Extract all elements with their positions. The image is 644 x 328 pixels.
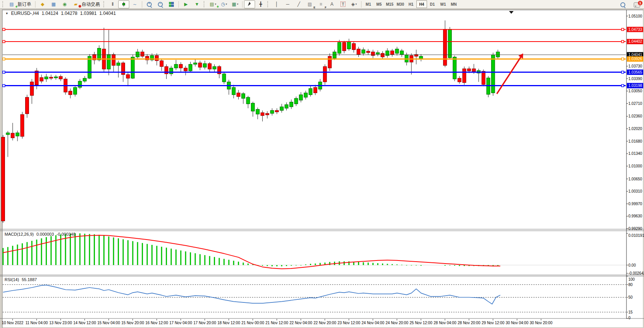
candle [467, 69, 471, 71]
time-axis-label: 22 Nov 04:00 [289, 321, 312, 325]
macd-histogram-bar [142, 243, 143, 265]
candle [45, 77, 48, 79]
candle [338, 42, 341, 53]
chart-open-value: 1.04124 [42, 11, 58, 16]
price-axis-label: 0.99630 [628, 214, 642, 218]
macd-histogram-bar [55, 235, 56, 265]
candle [400, 51, 403, 55]
candle [280, 107, 283, 111]
candle [40, 77, 43, 81]
price-axis-label: 1.00650 [628, 177, 642, 181]
price-badge-label: 1.04402 [628, 39, 642, 43]
macd-axis-label: 0.00 [628, 263, 636, 267]
macd-histogram-bar [94, 234, 95, 265]
time-axis-label: 28 Nov 20:00 [458, 321, 480, 325]
candle [88, 56, 91, 79]
candle [122, 63, 125, 75]
chart-dropdown-icon[interactable]: ▼ [5, 12, 8, 15]
chart-symbol-period: EURUSD-,H4 [11, 11, 39, 16]
macd-histogram-bar [233, 261, 234, 265]
macd-histogram-bar [137, 242, 138, 265]
line-endpoint-marker[interactable] [3, 85, 5, 87]
candle [136, 52, 139, 57]
line-endpoint-marker[interactable] [622, 85, 624, 87]
macd-histogram-bar [276, 265, 278, 266]
macd-histogram-bar [171, 249, 172, 265]
price-axis-label: 0.99290 [628, 227, 642, 231]
macd-histogram-bar [27, 242, 28, 265]
candle [458, 78, 461, 82]
candle [342, 42, 346, 51]
chart-plot[interactable]: 1.047331.044021.040411.039261.035651.031… [0, 0, 644, 328]
line-endpoint-marker[interactable] [3, 71, 5, 73]
candle [323, 66, 327, 82]
macd-histogram-bar [89, 234, 90, 265]
candle [11, 133, 14, 138]
rsi-axis-label: 80 [628, 283, 633, 287]
time-axis-label: 23 Nov 12:00 [337, 321, 360, 325]
macd-histogram-bar [84, 234, 85, 265]
macd-histogram-bar [22, 243, 23, 265]
candle [366, 51, 370, 53]
macd-histogram-bar [262, 265, 263, 266]
line-endpoint-marker[interactable] [622, 28, 624, 31]
line-endpoint-marker[interactable] [3, 40, 5, 43]
candle [59, 76, 63, 79]
candle [26, 97, 29, 114]
line-endpoint-marker[interactable] [622, 40, 624, 43]
candle [179, 64, 183, 68]
macd-histogram-bar [209, 256, 210, 265]
line-endpoint-marker[interactable] [3, 58, 5, 60]
candle [160, 61, 163, 66]
candle [294, 98, 298, 104]
price-axis-label: 1.02360 [628, 114, 642, 118]
macd-histogram-bar [291, 265, 292, 266]
candle [357, 49, 360, 54]
candle [16, 133, 19, 136]
macd-histogram-bar [281, 265, 282, 266]
candle [174, 64, 178, 68]
macd-histogram-bar [156, 246, 157, 265]
candle [304, 93, 307, 98]
macd-histogram-bar [180, 251, 181, 265]
macd-histogram-bar [459, 265, 460, 266]
macd-histogram-bar [3, 248, 4, 265]
line-endpoint-marker[interactable] [622, 71, 624, 73]
candle [395, 49, 399, 53]
macd-histogram-bar [151, 245, 153, 265]
chart-low-value: 1.03981 [80, 11, 96, 16]
macd-name: MACD(12,26,9) [5, 232, 34, 236]
macd-histogram-bar [387, 264, 388, 265]
macd-histogram-bar [223, 259, 225, 265]
candle [496, 52, 499, 57]
macd-histogram-bar [449, 265, 450, 265]
line-endpoint-marker[interactable] [3, 28, 5, 31]
time-axis-label: 14 Nov 12:00 [73, 321, 96, 325]
macd-histogram-bar [358, 262, 359, 265]
macd-histogram-bar [401, 265, 402, 265]
line-endpoint-marker[interactable] [622, 58, 624, 60]
candle [98, 48, 101, 60]
candle [232, 87, 235, 95]
time-axis-label: 22 Nov 20:00 [313, 321, 336, 325]
candle [362, 50, 365, 53]
candle [112, 55, 115, 66]
candle [21, 114, 24, 137]
macd-histogram-bar [271, 265, 273, 266]
macd-histogram-bar [219, 258, 220, 265]
time-axis-label: 18 Nov 12:00 [217, 321, 240, 325]
candle [222, 74, 226, 82]
macd-histogram-bar [310, 264, 311, 265]
time-axis-label: 30 Nov 04:00 [506, 321, 528, 325]
macd-histogram-bar [247, 264, 249, 265]
rsi-axis-label: 0 [628, 316, 631, 320]
candle [491, 55, 495, 93]
macd-histogram-bar [464, 265, 465, 266]
candle [83, 78, 87, 81]
time-axis-label: 16 Nov 12:00 [145, 321, 168, 325]
macd-histogram-bar [75, 233, 76, 265]
price-badge-label: 1.03565 [628, 70, 642, 74]
candle [448, 29, 451, 58]
candle [78, 81, 82, 87]
candle [347, 42, 351, 49]
